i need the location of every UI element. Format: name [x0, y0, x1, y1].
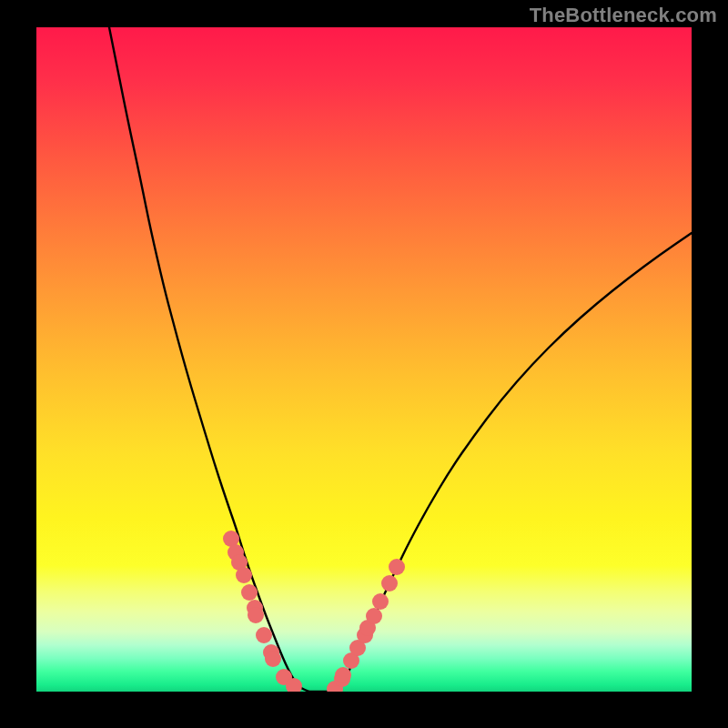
scatter-dot	[389, 559, 405, 575]
scatter-dot	[248, 607, 264, 623]
scatter-dot	[335, 667, 351, 683]
scatter-dot	[366, 608, 382, 624]
dot-layer	[223, 531, 405, 692]
scatter-dot	[265, 651, 281, 667]
scatter-dot	[256, 627, 272, 643]
scatter-dot	[381, 575, 398, 592]
chart-stage: TheBottleneck.com	[0, 0, 728, 728]
curve-layer	[109, 27, 692, 692]
watermark-text: TheBottleneck.com	[530, 4, 717, 27]
scatter-dot	[241, 584, 258, 601]
series-left-curve	[109, 27, 309, 692]
chart-plot-area	[36, 27, 692, 692]
series-right-curve	[337, 233, 692, 692]
scatter-dot	[372, 593, 389, 610]
chart-svg	[36, 27, 692, 692]
scatter-dot	[236, 567, 252, 583]
